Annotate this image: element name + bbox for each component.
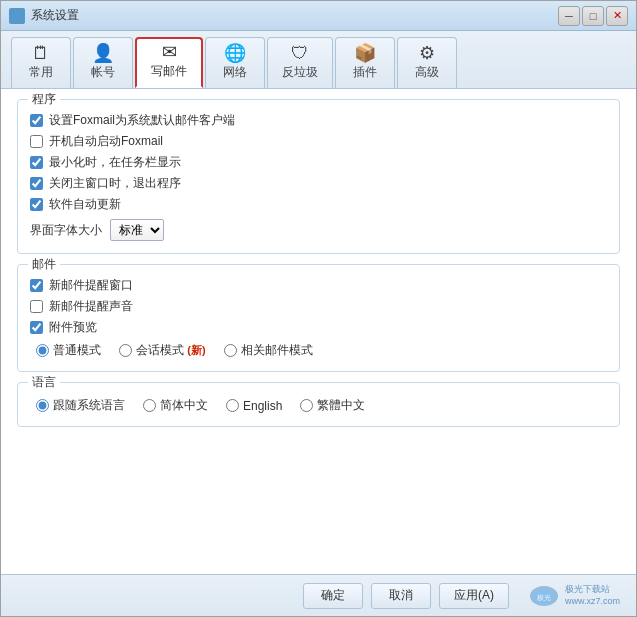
label-english: English [243, 399, 282, 413]
checkbox-default-client[interactable] [30, 114, 43, 127]
tab-plugin[interactable]: 📦 插件 [335, 37, 395, 88]
font-size-row: 界面字体大小 小 标准 大 [30, 219, 607, 241]
watermark: 极光 极光下载站 www.xz7.com [527, 582, 620, 610]
label-new-mail-window: 新邮件提醒窗口 [49, 277, 133, 294]
tab-advanced[interactable]: ⚙ 高级 [397, 37, 457, 88]
checkbox-row-new-mail-window: 新邮件提醒窗口 [30, 277, 607, 294]
label-conversation: 会话模式 (新) [136, 342, 206, 359]
language-section: 语言 跟随系统语言 简体中文 English [17, 382, 620, 427]
checkbox-row-default-client: 设置Foxmail为系统默认邮件客户端 [30, 112, 607, 129]
language-radio-group: 跟随系统语言 简体中文 English 繁體中文 [36, 397, 607, 414]
label-default-client: 设置Foxmail为系统默认邮件客户端 [49, 112, 235, 129]
tab-compose-label: 写邮件 [151, 63, 187, 80]
radio-related[interactable] [224, 344, 237, 357]
label-attach-preview: 附件预览 [49, 319, 97, 336]
tab-plugin-label: 插件 [353, 64, 377, 81]
label-autostart: 开机自动启动Foxmail [49, 133, 163, 150]
mail-section-content: 新邮件提醒窗口 新邮件提醒声音 附件预览 普通模式 [30, 277, 607, 359]
window-title: 系统设置 [31, 7, 558, 24]
tab-spam-label: 反垃圾 [282, 64, 318, 81]
title-bar: 系统设置 ─ □ ✕ [1, 1, 636, 31]
advanced-icon: ⚙ [419, 44, 435, 62]
checkbox-new-mail-window[interactable] [30, 279, 43, 292]
view-mode-radio-group: 普通模式 会话模式 (新) 相关邮件模式 [36, 342, 607, 359]
checkbox-auto-update[interactable] [30, 198, 43, 211]
radio-item-simplified-chinese: 简体中文 [143, 397, 208, 414]
radio-item-normal: 普通模式 [36, 342, 101, 359]
radio-simplified-chinese[interactable] [143, 399, 156, 412]
tab-network-label: 网络 [223, 64, 247, 81]
network-icon: 🌐 [224, 44, 246, 62]
language-section-title: 语言 [28, 374, 60, 391]
checkbox-row-autostart: 开机自动启动Foxmail [30, 133, 607, 150]
common-icon: 🗒 [32, 44, 50, 62]
checkbox-row-minimize-tray: 最小化时，在任务栏显示 [30, 154, 607, 171]
radio-item-related: 相关邮件模式 [224, 342, 313, 359]
program-section-content: 设置Foxmail为系统默认邮件客户端 开机自动启动Foxmail 最小化时，在… [30, 112, 607, 241]
label-follow-system: 跟随系统语言 [53, 397, 125, 414]
checkbox-row-attach-preview: 附件预览 [30, 319, 607, 336]
mail-section-title: 邮件 [28, 256, 60, 273]
radio-item-follow-system: 跟随系统语言 [36, 397, 125, 414]
label-close-exit: 关闭主窗口时，退出程序 [49, 175, 181, 192]
radio-english[interactable] [226, 399, 239, 412]
program-section-title: 程序 [28, 91, 60, 108]
radio-item-english: English [226, 399, 282, 413]
checkbox-row-close-exit: 关闭主窗口时，退出程序 [30, 175, 607, 192]
checkbox-autostart[interactable] [30, 135, 43, 148]
tab-spam[interactable]: 🛡 反垃圾 [267, 37, 333, 88]
radio-traditional-chinese[interactable] [300, 399, 313, 412]
radio-item-conversation: 会话模式 (新) [119, 342, 206, 359]
checkbox-row-new-mail-sound: 新邮件提醒声音 [30, 298, 607, 315]
tab-common[interactable]: 🗒 常用 [11, 37, 71, 88]
tab-common-label: 常用 [29, 64, 53, 81]
new-badge: (新) [187, 344, 205, 356]
label-traditional-chinese: 繁體中文 [317, 397, 365, 414]
cancel-button[interactable]: 取消 [371, 583, 431, 609]
spam-icon: 🛡 [291, 44, 309, 62]
app-icon [9, 8, 25, 24]
label-related: 相关邮件模式 [241, 342, 313, 359]
checkbox-attach-preview[interactable] [30, 321, 43, 334]
checkbox-row-auto-update: 软件自动更新 [30, 196, 607, 213]
mail-section: 邮件 新邮件提醒窗口 新邮件提醒声音 附件预览 普通模式 [17, 264, 620, 372]
radio-normal[interactable] [36, 344, 49, 357]
maximize-button[interactable]: □ [582, 6, 604, 26]
close-button[interactable]: ✕ [606, 6, 628, 26]
program-section: 程序 设置Foxmail为系统默认邮件客户端 开机自动启动Foxmail 最小化… [17, 99, 620, 254]
label-auto-update: 软件自动更新 [49, 196, 121, 213]
checkbox-minimize-tray[interactable] [30, 156, 43, 169]
tab-account-label: 帐号 [91, 64, 115, 81]
watermark-logo-icon: 极光 [527, 582, 561, 610]
account-icon: 👤 [92, 44, 114, 62]
apply-button[interactable]: 应用(A) [439, 583, 509, 609]
label-new-mail-sound: 新邮件提醒声音 [49, 298, 133, 315]
font-size-label: 界面字体大小 [30, 222, 102, 239]
label-normal: 普通模式 [53, 342, 101, 359]
checkbox-close-exit[interactable] [30, 177, 43, 190]
watermark-text: 极光下载站 www.xz7.com [565, 584, 620, 607]
radio-item-traditional-chinese: 繁體中文 [300, 397, 365, 414]
checkbox-new-mail-sound[interactable] [30, 300, 43, 313]
content-area: 程序 设置Foxmail为系统默认邮件客户端 开机自动启动Foxmail 最小化… [1, 89, 636, 574]
label-simplified-chinese: 简体中文 [160, 397, 208, 414]
svg-text:极光: 极光 [536, 594, 551, 601]
tab-advanced-label: 高级 [415, 64, 439, 81]
plugin-icon: 📦 [354, 44, 376, 62]
confirm-button[interactable]: 确定 [303, 583, 363, 609]
radio-conversation[interactable] [119, 344, 132, 357]
window-controls: ─ □ ✕ [558, 6, 628, 26]
tab-account[interactable]: 👤 帐号 [73, 37, 133, 88]
tab-network[interactable]: 🌐 网络 [205, 37, 265, 88]
main-window: 系统设置 ─ □ ✕ 🗒 常用 👤 帐号 ✉ 写邮件 🌐 网络 🛡 反垃圾 [0, 0, 637, 617]
font-size-select[interactable]: 小 标准 大 [110, 219, 164, 241]
compose-icon: ✉ [162, 43, 177, 61]
label-minimize-tray: 最小化时，在任务栏显示 [49, 154, 181, 171]
footer: 确定 取消 应用(A) 极光 极光下载站 www.xz7.com [1, 574, 636, 616]
radio-follow-system[interactable] [36, 399, 49, 412]
tab-compose[interactable]: ✉ 写邮件 [135, 37, 203, 88]
tabs-bar: 🗒 常用 👤 帐号 ✉ 写邮件 🌐 网络 🛡 反垃圾 📦 插件 ⚙ 高级 [1, 31, 636, 89]
minimize-button[interactable]: ─ [558, 6, 580, 26]
language-section-content: 跟随系统语言 简体中文 English 繁體中文 [30, 397, 607, 414]
